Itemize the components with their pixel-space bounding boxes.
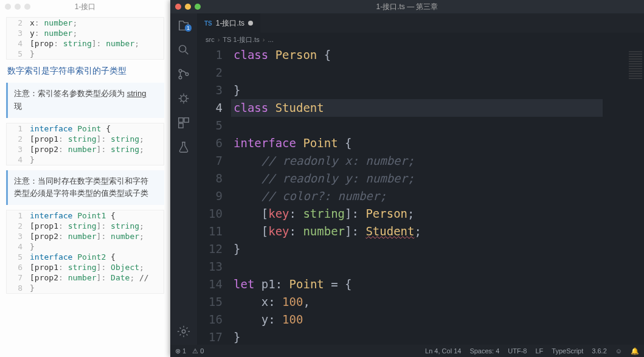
code-line: 1interface Point {: [7, 123, 164, 134]
ts-version[interactable]: 3.6.2: [592, 347, 606, 355]
code-line: 3 [prop2: number]: string;: [7, 144, 164, 154]
code-line: 2 [prop1: string]: string;: [7, 134, 164, 144]
svg-point-8: [182, 330, 185, 333]
notes-panel: 1-接口 2 x: number;3 y: number;4 [prop: st…: [0, 0, 170, 357]
editor-line[interactable]: // color?: number;: [234, 187, 603, 205]
minimap[interactable]: [627, 46, 644, 345]
code-line: 3 [prop2: number]: number;: [7, 231, 164, 241]
code-line: 8}: [7, 283, 164, 293]
extensions-icon[interactable]: [176, 116, 191, 130]
beaker-icon[interactable]: [176, 140, 191, 154]
notes-titlebar: 1-接口: [0, 0, 170, 13]
code-block-3: 1interface Point1 {2 [prop1: string]: st…: [6, 210, 164, 294]
editor-line[interactable]: [key: number]: Student;: [234, 223, 603, 240]
code-line: 7 [prop2: number]: Date; //: [7, 272, 164, 283]
editor-line[interactable]: interface Point {: [234, 134, 603, 152]
search-icon[interactable]: [176, 43, 191, 57]
eol[interactable]: LF: [535, 347, 543, 355]
chevron-right-icon: ›: [218, 36, 220, 43]
editor-line[interactable]: [234, 64, 603, 81]
code-line: 6 [prop1: string]: Object;: [7, 262, 164, 272]
close-icon[interactable]: [175, 4, 181, 10]
cursor-position[interactable]: Ln 4, Col 14: [425, 347, 461, 355]
editor-line[interactable]: [234, 258, 603, 276]
vscode-window: 1-接口.ts — 第三章 1 TS 1-接口.ts src ›: [170, 0, 644, 357]
code-block-2: 1interface Point {2 [prop1: string]: str…: [6, 123, 164, 165]
chevron-right-icon: ›: [263, 36, 265, 43]
code-line: 4}: [7, 154, 164, 165]
errors-count[interactable]: ⊗ 1: [175, 347, 186, 355]
code-editor[interactable]: 123456789101112131415161718 class Person…: [197, 46, 644, 345]
svg-point-0: [179, 46, 186, 52]
gutter: 123456789101112131415161718: [197, 46, 234, 345]
section-heading: 数字索引是字符串索引的子类型: [7, 66, 163, 77]
svg-point-4: [181, 95, 186, 101]
svg-point-3: [185, 73, 189, 76]
settings-icon[interactable]: [176, 324, 191, 339]
code-line: 2 [prop1: string]: string;: [7, 221, 164, 231]
code-line: 5}: [7, 49, 164, 59]
ts-badge: TS: [204, 20, 212, 27]
editor-line[interactable]: class Person {: [234, 46, 603, 64]
breadcrumb-item[interactable]: TS 1-接口.ts: [223, 35, 260, 44]
language-mode[interactable]: TypeScript: [552, 347, 583, 355]
editor-line[interactable]: let p1: Point = {: [234, 276, 603, 293]
editor-line[interactable]: y: 100: [234, 311, 603, 328]
svg-point-1: [179, 69, 182, 72]
svg-rect-7: [179, 123, 183, 128]
indentation[interactable]: Spaces: 4: [469, 347, 499, 355]
code-line: 4 [prop: string]: number;: [7, 38, 164, 49]
callout-text: 类型必须是字符串类型的值类型或子类: [14, 189, 148, 198]
svg-rect-5: [179, 118, 183, 122]
callout-1: 注意：索引签名参数类型必须为 string 现: [6, 83, 164, 118]
editor-line[interactable]: }: [234, 328, 603, 345]
encoding[interactable]: UTF-8: [508, 347, 527, 355]
activity-bar: 1: [170, 13, 197, 345]
warnings-count[interactable]: ⚠ 0: [192, 347, 204, 355]
code-line: 5interface Point2 {: [7, 252, 164, 262]
notes-tab-title: 1-接口: [75, 2, 96, 12]
fullscreen-icon[interactable]: [195, 4, 201, 10]
editor-column: TS 1-接口.ts src › TS 1-接口.ts › ... 123456…: [197, 13, 644, 345]
vscode-titlebar: 1-接口.ts — 第三章: [170, 0, 644, 13]
notifications-icon[interactable]: 🔔: [631, 347, 639, 355]
callout-2: 注意：当同时存在数字类型索引和字符 类型必须是字符串类型的值类型或子类: [6, 170, 164, 206]
status-bar: ⊗ 1 ⚠ 0 Ln 4, Col 14 Spaces: 4 UTF-8 LF …: [170, 345, 644, 357]
editor-line[interactable]: // readonly y: number;: [234, 170, 603, 187]
code-area[interactable]: class Person { }class Student interface …: [234, 46, 627, 345]
traffic-dot: [24, 4, 30, 10]
code-line: 3 y: number;: [7, 28, 164, 38]
tab-label: 1-接口.ts: [216, 18, 244, 29]
scm-icon[interactable]: [176, 67, 191, 81]
editor-line[interactable]: class Student: [231, 99, 603, 117]
editor-tab[interactable]: TS 1-接口.ts: [197, 13, 260, 33]
breadcrumb-item[interactable]: ...: [268, 36, 274, 43]
modified-indicator-icon: [248, 21, 253, 26]
window-title: 1-接口.ts — 第三章: [376, 2, 438, 12]
breadcrumb-item[interactable]: src: [206, 36, 215, 43]
feedback-icon[interactable]: ☺: [615, 347, 622, 355]
editor-line[interactable]: [key: string]: Person;: [234, 205, 603, 223]
editor-line[interactable]: x: 100,: [234, 293, 603, 311]
callout-text: 注意：索引签名参数类型必须为: [14, 89, 127, 98]
editor-line[interactable]: // readonly x: number;: [234, 152, 603, 170]
editor-line[interactable]: }: [234, 240, 603, 258]
explorer-badge: 1: [185, 24, 192, 32]
callout-underline: string: [127, 89, 147, 98]
debug-icon[interactable]: [176, 91, 191, 106]
editor-line[interactable]: }: [234, 81, 603, 99]
traffic-dot: [15, 4, 21, 10]
code-line: 2 x: number;: [7, 18, 164, 28]
minimize-icon[interactable]: [185, 4, 191, 10]
callout-text: 注意：当同时存在数字类型索引和字符: [14, 176, 148, 185]
editor-line[interactable]: [234, 117, 603, 134]
traffic-dot: [5, 4, 11, 10]
svg-point-2: [179, 76, 182, 79]
code-line: 1interface Point1 {: [7, 210, 164, 221]
breadcrumb[interactable]: src › TS 1-接口.ts › ...: [197, 33, 644, 46]
code-line: 4}: [7, 241, 164, 252]
code-block-1: 2 x: number;3 y: number;4 [prop: string]…: [6, 17, 164, 60]
tab-bar: TS 1-接口.ts: [197, 13, 644, 33]
callout-text: 现: [14, 102, 22, 111]
svg-rect-6: [184, 118, 189, 122]
